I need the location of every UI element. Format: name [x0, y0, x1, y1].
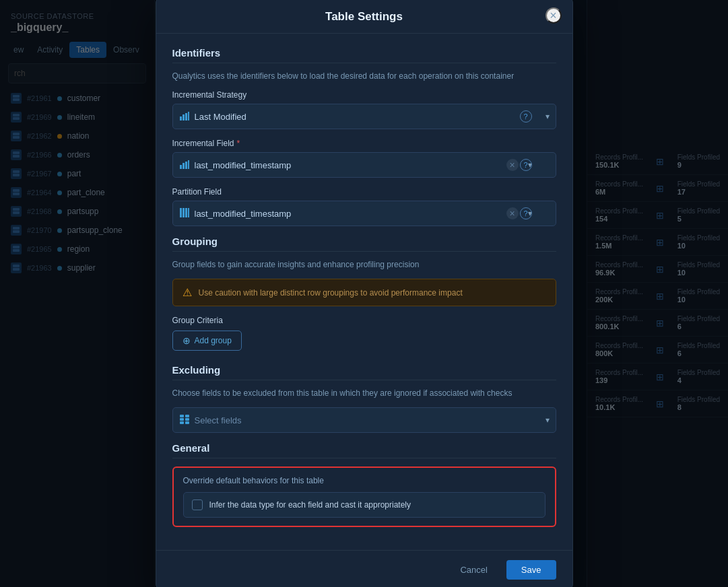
svg-rect-29	[183, 208, 185, 217]
svg-rect-36	[180, 421, 184, 424]
svg-rect-26	[185, 162, 187, 169]
excluding-section-title: Excluding	[172, 364, 556, 376]
identifiers-section-title: Identifiers	[172, 47, 556, 59]
close-button[interactable]: ×	[545, 7, 562, 24]
excluding-description: Choose fields to be excluded from this t…	[172, 388, 556, 398]
incremental-strategy-value: Last Modified	[195, 112, 246, 122]
add-group-button[interactable]: ⊕ Add group	[172, 331, 242, 351]
help-icon[interactable]: ?	[520, 159, 532, 171]
warning-icon: ⚠	[183, 286, 192, 299]
incremental-field-label: Incremental Field *	[172, 139, 556, 148]
incremental-strategy-wrapper: Last Modified ▾ ?	[172, 104, 556, 129]
grouping-description: Group fields to gain accurate insights a…	[172, 260, 556, 269]
warning-box: ⚠ Use caution with large distinct row gr…	[172, 279, 556, 306]
svg-rect-22	[185, 113, 187, 120]
svg-rect-31	[188, 208, 189, 217]
svg-rect-24	[180, 165, 182, 169]
svg-rect-27	[188, 160, 189, 169]
infer-datatype-label: Infer the data type for each field and c…	[209, 500, 411, 510]
general-override-box: Override default behaviors for this tabl…	[172, 467, 556, 527]
modal-footer: Cancel Save	[156, 550, 572, 587]
add-group-label: Add group	[195, 336, 232, 345]
group-criteria-label: Group Criteria	[172, 316, 556, 325]
identifiers-description: Qualytics uses the identifiers below to …	[172, 71, 556, 81]
modal-header: Table Settings ×	[156, 0, 572, 34]
partition-field-value: last_modified_timestamp	[195, 209, 292, 219]
incremental-strategy-label: Incremental Strategy	[172, 90, 556, 100]
select-fields-wrapper: Select fields ▾	[172, 407, 556, 433]
partition-field-label: Partition Field	[172, 187, 556, 197]
bar-chart-icon	[180, 111, 189, 123]
help-icon[interactable]: ?	[520, 110, 532, 123]
save-button[interactable]: Save	[506, 560, 556, 580]
svg-rect-21	[183, 114, 185, 120]
incremental-field-wrapper: last_modified_timestamp × ▾ ?	[172, 152, 556, 178]
svg-rect-23	[188, 112, 189, 120]
incremental-strategy-select[interactable]: Last Modified	[172, 104, 556, 129]
svg-rect-28	[180, 208, 182, 217]
svg-rect-32	[180, 415, 184, 417]
grid-fields-icon	[180, 415, 189, 426]
svg-rect-20	[180, 116, 182, 120]
required-indicator: *	[237, 139, 240, 148]
bar-chart-icon	[180, 160, 189, 171]
clear-icon[interactable]: ×	[506, 207, 519, 219]
svg-rect-33	[185, 415, 189, 417]
help-icon[interactable]: ?	[520, 207, 532, 219]
svg-rect-30	[185, 208, 187, 217]
grouping-section-title: Grouping	[172, 236, 556, 247]
warning-text: Use caution with large distinct row grou…	[199, 288, 463, 298]
incremental-field-value: last_modified_timestamp	[195, 160, 292, 170]
general-section-title: General	[172, 442, 556, 454]
cancel-button[interactable]: Cancel	[449, 560, 498, 580]
warning-highlight: caution with large distinct row grouping…	[215, 288, 358, 298]
partition-field-wrapper: last_modified_timestamp × ▾ ?	[172, 201, 556, 226]
infer-datatype-checkbox[interactable]	[192, 499, 203, 510]
clear-icon[interactable]: ×	[506, 159, 519, 171]
infer-datatype-row[interactable]: Infer the data type for each field and c…	[183, 492, 545, 518]
modal-title: Table Settings	[325, 10, 403, 24]
modal-body: Identifiers Qualytics uses the identifie…	[156, 34, 572, 550]
select-fields-placeholder: Select fields	[195, 415, 242, 425]
override-title: Override default behaviors for this tabl…	[183, 476, 545, 485]
vertical-bar-icon	[180, 208, 189, 219]
incremental-field-select[interactable]: last_modified_timestamp	[172, 152, 556, 178]
table-settings-modal: Table Settings × Identifiers Qualytics u…	[156, 0, 573, 587]
svg-rect-34	[180, 418, 184, 421]
svg-rect-37	[185, 421, 189, 424]
partition-field-select[interactable]: last_modified_timestamp	[172, 201, 556, 226]
svg-rect-25	[183, 163, 185, 169]
svg-rect-35	[185, 418, 189, 421]
select-fields-dropdown[interactable]: Select fields	[172, 407, 556, 433]
plus-icon: ⊕	[183, 335, 191, 346]
